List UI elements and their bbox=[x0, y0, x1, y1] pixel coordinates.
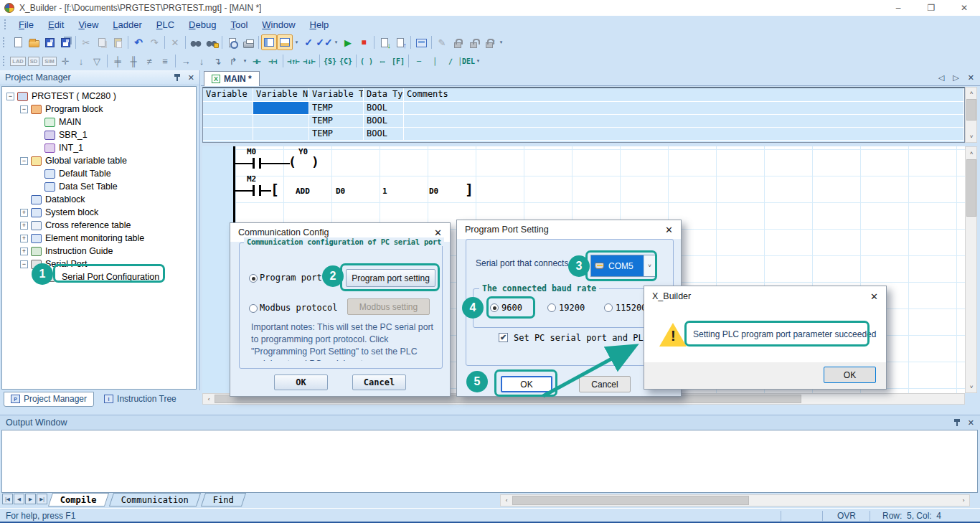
scroll-thumb[interactable] bbox=[512, 496, 749, 505]
nav-prev-icon[interactable]: ◀ bbox=[14, 494, 24, 504]
function-block-icon[interactable]: ▭ bbox=[374, 53, 390, 69]
delete-cell-icon[interactable]: ▽ bbox=[89, 53, 105, 69]
contact-label[interactable]: M2 bbox=[247, 174, 256, 184]
ok-button[interactable]: OK bbox=[274, 374, 328, 390]
merge-rung-icon[interactable]: ≠ bbox=[141, 53, 157, 69]
instruction-arg[interactable]: 1 bbox=[382, 187, 387, 196]
panel-tab-instruction-tree[interactable]: IInstruction Tree bbox=[97, 392, 184, 407]
append-rung-icon[interactable]: ╫ bbox=[126, 53, 141, 69]
menu-ladder[interactable]: Ladder bbox=[105, 17, 149, 32]
sim-view-icon[interactable]: SIM bbox=[42, 53, 57, 69]
menu-window[interactable]: Window bbox=[255, 17, 302, 32]
scroll-thumb[interactable] bbox=[966, 159, 976, 217]
expand-icon[interactable]: + bbox=[20, 235, 28, 242]
minimize-button[interactable]: – bbox=[882, 0, 914, 16]
lad-view-icon[interactable]: LAD bbox=[10, 53, 26, 69]
coil-symbol[interactable]: ( bbox=[288, 156, 296, 169]
cursor-right-icon[interactable]: → bbox=[178, 53, 194, 69]
toggle-project-panel-icon[interactable] bbox=[261, 34, 277, 50]
insert-rung-icon[interactable]: ╪ bbox=[110, 53, 126, 69]
delete-line-icon[interactable]: ∕ bbox=[443, 53, 458, 69]
modbus-protocol-radio[interactable] bbox=[249, 304, 258, 313]
tab-main[interactable]: X MAIN * bbox=[204, 71, 260, 86]
close-button[interactable]: ✕ bbox=[948, 0, 980, 16]
ok-button[interactable]: OK bbox=[824, 367, 876, 383]
contact-closed-icon[interactable]: ⊣⊣ bbox=[265, 53, 281, 69]
coil-symbol[interactable]: ) bbox=[311, 156, 319, 169]
tree-item-instruction-guide[interactable]: +Instruction Guide bbox=[2, 245, 196, 258]
output-close-icon[interactable]: ✕ bbox=[968, 418, 974, 428]
cursor-down-icon[interactable]: ↓ bbox=[194, 53, 209, 69]
tab-scroll-right-icon[interactable]: ▷ bbox=[953, 73, 958, 83]
toolbar-overflow-icon[interactable]: ▾ bbox=[293, 39, 301, 45]
expand-icon[interactable]: + bbox=[20, 248, 28, 255]
contact-falling-icon[interactable]: ⊣↓⊢ bbox=[301, 53, 317, 69]
monitor-mode-icon[interactable] bbox=[413, 34, 429, 50]
toolbar-overflow-icon[interactable]: ▾ bbox=[474, 58, 482, 64]
tree-item-int-1[interactable]: INT_1 bbox=[2, 141, 196, 154]
branch-up-icon[interactable]: ↱ bbox=[225, 53, 241, 69]
contact-label[interactable]: M0 bbox=[247, 147, 256, 156]
tree-item-system-block[interactable]: +System block bbox=[2, 206, 196, 219]
compile-all-icon[interactable]: ✓✓ bbox=[316, 34, 332, 50]
scroll-thumb[interactable] bbox=[966, 99, 976, 121]
scroll-up-icon[interactable]: ˄ bbox=[966, 88, 976, 98]
output-coil-icon[interactable]: ( ) bbox=[359, 53, 374, 69]
pin-icon[interactable] bbox=[953, 418, 961, 427]
table-cell[interactable]: TEMP bbox=[309, 128, 364, 141]
table-cell[interactable]: BOOL bbox=[364, 102, 404, 115]
cut-icon[interactable]: ✂ bbox=[78, 34, 94, 50]
scroll-up-icon[interactable]: ˄ bbox=[966, 148, 976, 158]
modbus-protocol-label[interactable]: Modbus protocol bbox=[260, 303, 337, 313]
table-cell[interactable] bbox=[253, 102, 309, 115]
toggle-output-panel-icon[interactable] bbox=[277, 34, 293, 50]
contact-symbol[interactable] bbox=[253, 158, 255, 169]
scroll-right-icon[interactable]: › bbox=[958, 496, 969, 505]
print-preview-icon[interactable] bbox=[225, 34, 240, 50]
instruction-arg[interactable]: D0 bbox=[336, 187, 345, 196]
table-cell[interactable]: BOOL bbox=[364, 115, 404, 128]
table-cell[interactable]: BOOL bbox=[364, 128, 404, 141]
table-cell[interactable] bbox=[203, 115, 253, 128]
dialog-close-icon[interactable]: ✕ bbox=[870, 291, 878, 302]
tree-item-prgtest-mc280-[interactable]: −PRGTEST ( MC280 ) bbox=[2, 90, 196, 103]
instruction-op[interactable]: ADD bbox=[296, 187, 310, 196]
tree-item-default-table[interactable]: Default Table bbox=[2, 167, 196, 180]
unlock-icon[interactable] bbox=[466, 34, 481, 50]
find-icon[interactable] bbox=[188, 34, 204, 50]
cancel-button[interactable]: Cancel bbox=[352, 374, 406, 390]
toolbar-overflow-icon[interactable]: ▾ bbox=[332, 39, 340, 45]
open-file-icon[interactable] bbox=[26, 34, 42, 50]
find-in-files-icon[interactable] bbox=[204, 34, 220, 50]
upload-from-plc-icon[interactable] bbox=[392, 34, 408, 50]
nav-last-icon[interactable]: ▶| bbox=[37, 494, 47, 504]
undo-icon[interactable]: ↶ bbox=[131, 34, 146, 50]
print-icon[interactable] bbox=[240, 34, 256, 50]
f-instruction-icon[interactable]: [F] bbox=[390, 53, 406, 69]
download-to-plc-icon[interactable] bbox=[377, 34, 392, 50]
dialog-close-icon[interactable]: ✕ bbox=[665, 225, 673, 235]
lock-config-icon[interactable] bbox=[481, 34, 497, 50]
tree-item-cross-reference-table[interactable]: +Cross reference table bbox=[2, 219, 196, 232]
com-port-combobox[interactable]: COM5 ˅ bbox=[590, 255, 656, 277]
panel-close-icon[interactable]: ✕ bbox=[188, 73, 194, 83]
contact-symbol[interactable] bbox=[253, 185, 255, 196]
menu-view[interactable]: View bbox=[71, 17, 105, 32]
tree-item-program-block[interactable]: −Program block bbox=[2, 103, 196, 116]
baud-9600-radio[interactable] bbox=[490, 303, 499, 312]
scroll-left-icon[interactable]: ‹ bbox=[204, 395, 214, 403]
toolbar-overflow-icon[interactable]: ▾ bbox=[497, 39, 505, 45]
menu-plc[interactable]: PLC bbox=[149, 17, 182, 32]
baud-115200-radio[interactable] bbox=[604, 303, 613, 312]
scroll-left-icon[interactable]: ‹ bbox=[501, 496, 512, 505]
tree-item-datablock[interactable]: Datablock bbox=[2, 193, 196, 206]
new-file-icon[interactable] bbox=[10, 34, 26, 50]
collapse-icon[interactable]: − bbox=[20, 260, 28, 268]
vertical-line-icon[interactable]: │ bbox=[427, 53, 443, 69]
panel-tab-project-manager[interactable]: PProject Manager bbox=[4, 392, 94, 407]
output-tab-compile[interactable]: Compile bbox=[48, 493, 109, 506]
menu-debug[interactable]: Debug bbox=[182, 17, 223, 32]
table-cell[interactable] bbox=[404, 102, 964, 115]
baud-19200-label[interactable]: 19200 bbox=[559, 303, 585, 313]
baud-9600-label[interactable]: 9600 bbox=[501, 303, 522, 313]
